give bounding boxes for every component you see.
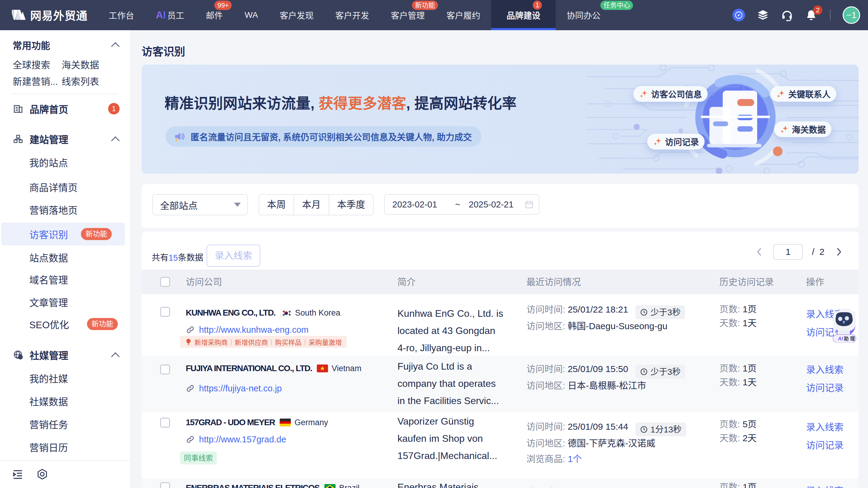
svg-text:助 理: 助 理 <box>844 336 855 341</box>
svg-text:f: f <box>20 355 21 359</box>
svg-text:AI: AI <box>837 336 843 341</box>
